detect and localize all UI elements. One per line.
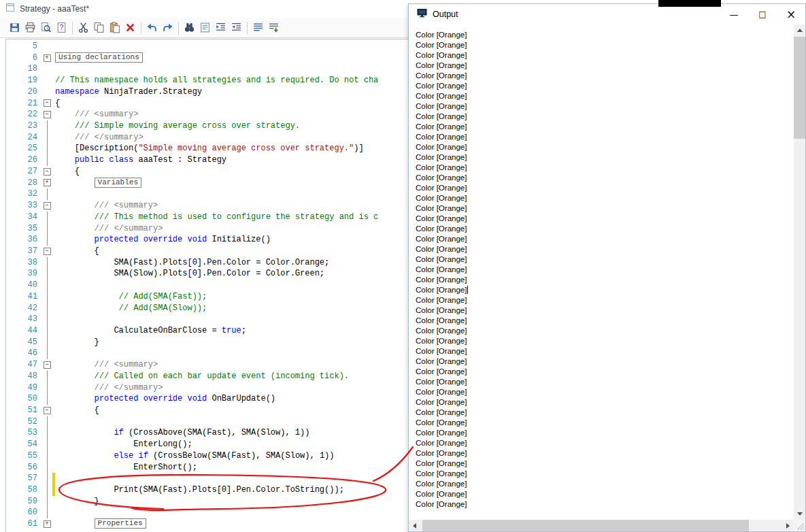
- code-line[interactable]: /// </summary>: [55, 382, 163, 394]
- scroll-up-arrow[interactable]: [794, 24, 805, 36]
- collapsed-region[interactable]: Variables: [95, 178, 141, 188]
- code-line[interactable]: protected override void Initialize(): [55, 234, 271, 246]
- code-line[interactable]: // Add(SMA(Slow));: [55, 303, 207, 314]
- change-marker: [52, 416, 55, 428]
- code-line[interactable]: }: [55, 337, 99, 348]
- code-line[interactable]: SMA(Fast).Plots[0].Pen.Color = Color.Ora…: [55, 257, 329, 269]
- code-line[interactable]: /// This method is used to configure the…: [55, 212, 378, 223]
- replace-icon[interactable]: [197, 21, 213, 35]
- copy-icon[interactable]: [91, 21, 107, 35]
- compile-icon[interactable]: [266, 21, 282, 35]
- fold-expand-icon[interactable]: +: [41, 52, 52, 64]
- code-line[interactable]: Variables: [55, 178, 141, 189]
- fold-collapse-icon[interactable]: −: [41, 246, 52, 257]
- output-line: Color [Orange]: [416, 336, 794, 346]
- delete-icon[interactable]: [122, 21, 138, 35]
- line-number: 58: [6, 484, 41, 496]
- horizontal-scroll-thumb[interactable]: [422, 520, 749, 531]
- code-line[interactable]: EnterShort();: [55, 462, 197, 473]
- code-line[interactable]: }: [55, 496, 99, 508]
- line-number: 39: [6, 268, 41, 280]
- toolbar-separator: [141, 22, 141, 34]
- collapsed-region[interactable]: Properties: [95, 518, 146, 529]
- code-line[interactable]: /// <summary>: [55, 109, 138, 120]
- output-line: Color [Orange]: [416, 326, 794, 336]
- print-icon[interactable]: [22, 21, 38, 35]
- fold-collapse-icon[interactable]: −: [41, 98, 52, 110]
- undo-icon[interactable]: [144, 21, 160, 35]
- code-line[interactable]: namespace NinjaTrader.Strategy: [55, 86, 202, 98]
- output-window: Output — □ × Color [Orange]Color [Orange…: [408, 3, 806, 532]
- vertical-scrollbar[interactable]: [794, 24, 805, 520]
- fold-margin: [41, 393, 52, 405]
- fold-collapse-icon[interactable]: −: [41, 359, 52, 371]
- scroll-down-arrow[interactable]: [794, 508, 805, 520]
- code-line[interactable]: /// Simple moving average cross over str…: [55, 120, 300, 132]
- code-line[interactable]: {: [55, 166, 80, 178]
- redo-icon[interactable]: [160, 21, 175, 35]
- close-button[interactable]: ×: [777, 4, 805, 24]
- code-line[interactable]: /// </summary>: [55, 132, 144, 144]
- output-line: Color [Orange]: [416, 224, 794, 234]
- output-line: Color [Orange]: [416, 316, 794, 326]
- help-icon[interactable]: ?: [54, 21, 69, 35]
- code-line[interactable]: Using declarations: [55, 52, 143, 64]
- code-line[interactable]: /// </summary>: [55, 223, 163, 235]
- output-line: Color [Orange]: [416, 203, 794, 214]
- scroll-right-arrow[interactable]: [782, 520, 794, 531]
- minimize-button[interactable]: —: [720, 4, 748, 24]
- outdent-icon[interactable]: [229, 21, 244, 35]
- fold-margin: [41, 450, 52, 462]
- code-line[interactable]: public class aaaTest : Strategy: [55, 154, 226, 166]
- line-number: 49: [6, 382, 41, 394]
- code-line[interactable]: Properties: [55, 518, 146, 530]
- fold-collapse-icon[interactable]: −: [41, 166, 52, 178]
- line-number: 45: [6, 337, 41, 348]
- code-line[interactable]: if (CrossAbove(SMA(Fast), SMA(Slow), 1)): [55, 427, 309, 439]
- fold-collapse-icon[interactable]: −: [41, 200, 52, 212]
- output-line: Color [Orange]: [416, 448, 794, 459]
- code-line[interactable]: {: [55, 98, 60, 110]
- output-line: Color [Orange]: [416, 285, 794, 295]
- toolbar-separator: [72, 22, 73, 34]
- fold-collapse-icon[interactable]: −: [41, 109, 52, 120]
- resize-grip[interactable]: [794, 520, 805, 531]
- code-line[interactable]: /// <summary>: [55, 200, 158, 212]
- code-line[interactable]: CalculateOnBarClose = true;: [55, 325, 246, 337]
- code-line[interactable]: {: [55, 246, 99, 257]
- code-line[interactable]: else if (CrossBelow(SMA(Fast), SMA(Slow)…: [55, 450, 335, 462]
- scroll-left-arrow[interactable]: [409, 520, 420, 531]
- fold-expand-icon[interactable]: +: [41, 178, 52, 189]
- horizontal-scrollbar[interactable]: [409, 520, 794, 531]
- line-number: 18: [6, 63, 41, 75]
- collapsed-region[interactable]: Using declarations: [55, 52, 143, 63]
- cut-icon[interactable]: [75, 21, 91, 35]
- code-line[interactable]: SMA(Slow).Plots[0].Pen.Color = Color.Gre…: [55, 268, 324, 280]
- save-icon[interactable]: [7, 21, 22, 35]
- code-line[interactable]: [Description("Simple moving average cros…: [55, 143, 364, 154]
- indent-icon[interactable]: [213, 21, 229, 35]
- paste-icon[interactable]: [107, 21, 122, 35]
- code-line[interactable]: protected override void OnBarUpdate(): [55, 393, 275, 405]
- change-marker: [52, 280, 55, 291]
- fold-expand-icon[interactable]: +: [41, 518, 52, 530]
- code-line[interactable]: /// <summary>: [55, 359, 158, 371]
- output-content[interactable]: Color [Orange]Color [Orange]Color [Orang…: [409, 24, 794, 520]
- code-line[interactable]: // This namespace holds all strategies a…: [55, 75, 378, 86]
- line-number: 5: [6, 41, 41, 52]
- vertical-scroll-thumb[interactable]: [794, 37, 805, 139]
- code-line[interactable]: // Add(SMA(Fast));: [55, 291, 207, 303]
- code-line[interactable]: EnterLong();: [55, 439, 192, 450]
- justify-icon[interactable]: [250, 21, 266, 35]
- code-line[interactable]: {: [55, 405, 99, 416]
- print-preview-icon[interactable]: [38, 21, 54, 35]
- output-line: Color [Orange]: [416, 499, 794, 510]
- fold-collapse-icon[interactable]: −: [41, 405, 52, 416]
- find-icon[interactable]: [182, 21, 197, 35]
- change-marker: [52, 188, 55, 200]
- maximize-button[interactable]: □: [748, 4, 777, 24]
- code-line[interactable]: Print(SMA(Fast).Plots[0].Pen.Color.ToStr…: [55, 484, 344, 496]
- fold-margin: [41, 257, 52, 269]
- code-line[interactable]: /// Called on each bar update event (inc…: [55, 371, 349, 382]
- change-marker: [52, 63, 55, 75]
